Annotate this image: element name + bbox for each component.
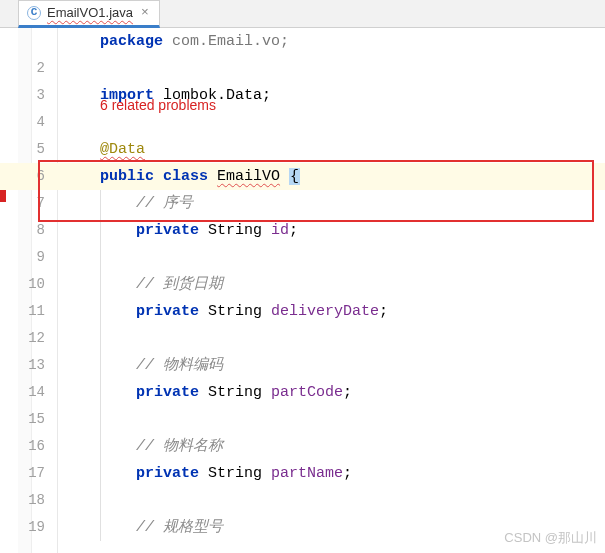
code-line: // 到货日期: [82, 271, 605, 298]
code-line: [82, 109, 605, 136]
code-line: // 物料名称: [82, 433, 605, 460]
code-line: // 物料编码: [82, 352, 605, 379]
line-gutter: 2 3 4 5 6 7 8 9 10 11 12 13 14 15 16 17 …: [0, 28, 58, 553]
code-line: private String id;: [82, 217, 605, 244]
file-tab[interactable]: C EmailVO1.java ×: [18, 0, 160, 28]
code-line: private String deliveryDate;: [82, 298, 605, 325]
code-line: // 序号: [82, 190, 605, 217]
code-line: [82, 55, 605, 82]
gutter-icons: [58, 28, 82, 553]
problems-hint[interactable]: 6 related problems: [100, 97, 216, 113]
code-line: @Data: [82, 136, 605, 163]
code-line: private String partCode;: [82, 379, 605, 406]
tab-bar: C EmailVO1.java ×: [0, 0, 605, 28]
code-line: private String partName;: [82, 460, 605, 487]
code-line: public class EmailVO {: [82, 163, 605, 190]
editor: 2 3 4 5 6 7 8 9 10 11 12 13 14 15 16 17 …: [0, 28, 605, 553]
close-icon[interactable]: ×: [139, 5, 151, 20]
java-class-icon: C: [27, 6, 41, 20]
error-stripe[interactable]: [0, 190, 6, 202]
code-line: [82, 244, 605, 271]
tab-label: EmailVO1.java: [47, 5, 133, 20]
code-line: package com.Email.vo;: [82, 28, 605, 55]
code-line: [82, 325, 605, 352]
code-line: [82, 406, 605, 433]
code-line: [82, 487, 605, 514]
watermark: CSDN @那山川: [504, 529, 597, 547]
